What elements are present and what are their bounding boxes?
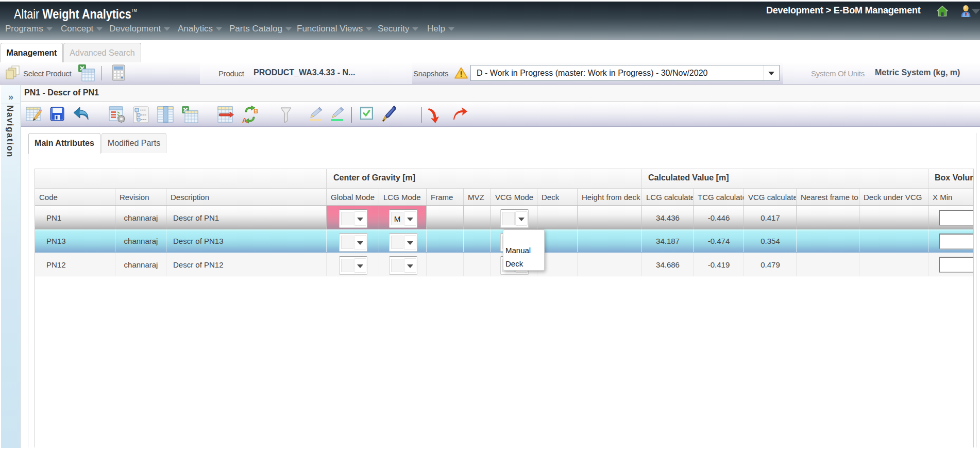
svg-text:A: A — [242, 117, 247, 124]
svg-text:B: B — [254, 107, 258, 115]
